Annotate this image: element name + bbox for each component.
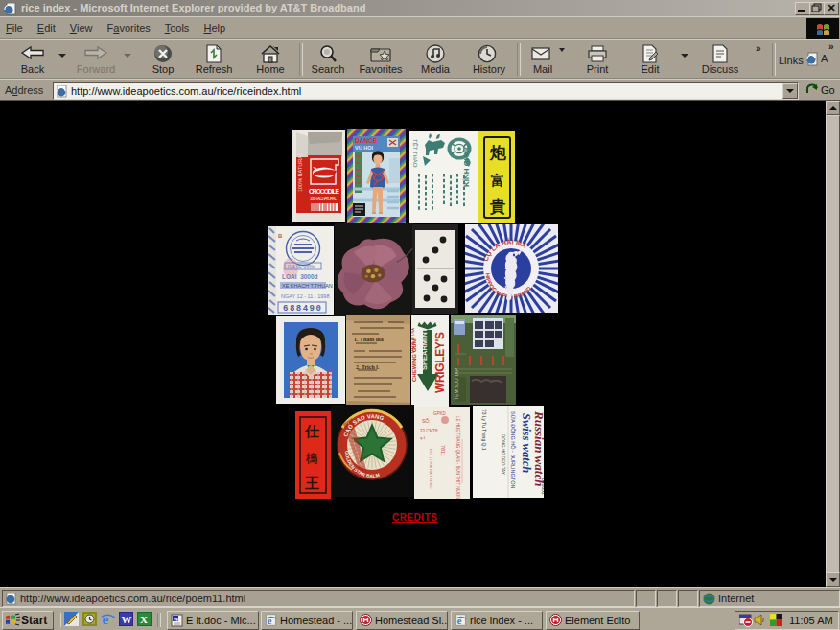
svg-text:KÍNH CHÚC: KÍNH CHÚC: [462, 144, 471, 187]
svg-text:GPKD: GPKD: [433, 411, 447, 416]
svg-text:TEM SUU TAP: TEM SUU TAP: [454, 367, 459, 400]
svg-text:仕: 仕: [304, 424, 319, 439]
svg-text:LE HUE TRANG QUAN - BUN THIT N: LE HUE TRANG QUAN - BUN THIT NUONG: [455, 416, 460, 499]
svg-text:SỐ:: SỐ:: [422, 418, 431, 424]
svg-text:MADE IN USA: MADE IN USA: [411, 328, 415, 353]
svg-text:W: W: [122, 614, 132, 625]
svg-text:Đ/c: 11 HAI BA TRUNG: Đ/c: 11 HAI BA TRUNG: [429, 449, 433, 489]
svg-text:DANCE: DANCE: [355, 137, 378, 144]
svg-text:TẾT THẢO: TẾT THẢO: [412, 139, 418, 168]
svg-text:SPEARMINT: SPEARMINT: [420, 327, 429, 370]
svg-text:7811: 7811: [440, 445, 446, 456]
svg-text:73 Ly Tu Trong Q.1: 73 Ly Tu Trong Q.1: [481, 409, 487, 451]
svg-text:WRIGLEY'S: WRIGLEY'S: [433, 332, 447, 393]
svg-text:NGAY 12 - 11 - 1998: NGAY 12 - 11 - 1998: [281, 293, 329, 299]
svg-text:X: X: [140, 614, 148, 625]
svg-text:DONG HO DEO TAY: DONG HO DEO TAY: [501, 434, 505, 475]
svg-text:B: B: [278, 233, 283, 239]
svg-text:SỨA ĐỒNG HỒ - BURLINGTON: SỨA ĐỒNG HỒ - BURLINGTON: [510, 411, 516, 488]
svg-text:王: 王: [304, 476, 319, 491]
svg-text:LOAI 3000d: LOAI 3000d: [282, 273, 318, 280]
svg-text:q.1: q.1: [420, 435, 426, 440]
svg-text:VU HOI: VU HOI: [355, 145, 373, 151]
svg-text:e: e: [268, 615, 272, 626]
svg-text:e: e: [457, 615, 462, 626]
svg-text:33 CMT8: 33 CMT8: [420, 429, 438, 433]
svg-text:100% ALL NATURAL: 100% ALL NATURAL: [310, 197, 337, 201]
svg-text:e: e: [103, 612, 109, 626]
svg-text:100% NATURAL: 100% NATURAL: [297, 152, 303, 192]
svg-text:XE KHACH T.THUAN: XE KHACH T.THUAN: [282, 283, 333, 289]
svg-text:1. Tham dia: 1. Tham dia: [354, 337, 384, 342]
svg-text:炮: 炮: [489, 144, 506, 162]
svg-text:841652: 841652: [541, 478, 544, 495]
svg-text:W: W: [174, 617, 179, 622]
svg-text:富: 富: [490, 173, 504, 188]
svg-text:Swiss watch: Swiss watch: [520, 413, 533, 473]
svg-text:GIA VE 3000d: GIA VE 3000d: [288, 265, 315, 269]
svg-text:貴: 貴: [489, 198, 505, 216]
svg-text:CROCODILE: CROCODILE: [309, 188, 340, 195]
svg-text:688490: 688490: [283, 304, 322, 314]
svg-text:2. Trich l.: 2. Trich l.: [356, 364, 380, 370]
svg-text:樢: 樢: [305, 452, 318, 465]
